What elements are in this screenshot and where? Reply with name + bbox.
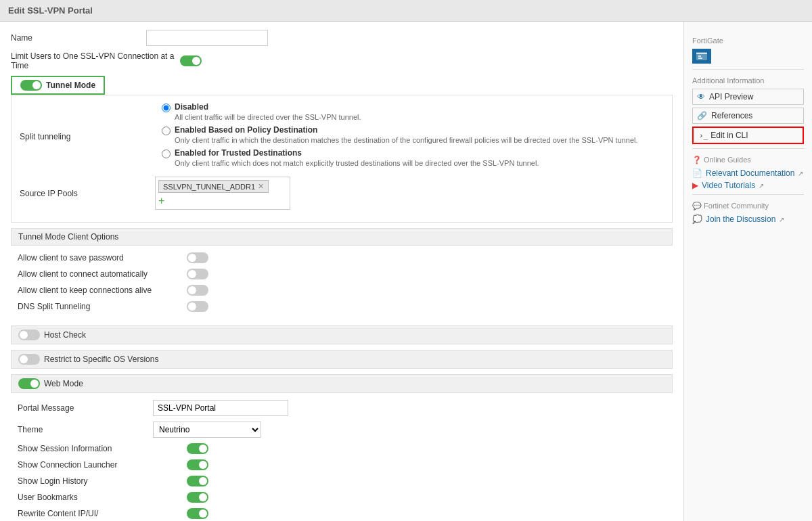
web-mode-body: Portal Message Theme Neutrino Old Blue G… (11, 397, 673, 521)
show-connection-row: Show Connection Launcher (18, 459, 666, 470)
api-preview-btn[interactable]: 👁 API Preview (692, 89, 804, 105)
split-disabled-desc: All client traffic will be directed over… (175, 113, 361, 121)
dns-split-toggle[interactable] (187, 301, 208, 312)
video-tutorials-label: Video Tutorials (702, 181, 755, 190)
dns-split-row: DNS Split Tunneling (18, 301, 666, 312)
rewrite-content-row: Rewrite Content IP/UI/ (18, 508, 666, 519)
save-password-row: Allow client to save password (18, 252, 666, 263)
split-disabled-radio[interactable] (162, 104, 171, 112)
source-ip-label: Source IP Pools (20, 189, 155, 198)
doc-icon: 📄 (692, 168, 702, 178)
limit-label: Limit Users to One SSL-VPN Connection at… (11, 51, 180, 70)
community-label: Fortinet Community (704, 202, 769, 210)
relevant-doc-link[interactable]: 📄 Relevant Documentation ↗ (692, 168, 804, 178)
references-btn[interactable]: 🔗 References (692, 108, 804, 124)
source-ip-row: Source IP Pools SSLVPN_TUNNEL_ADDR1 ✕ + (20, 177, 664, 210)
theme-label: Theme (18, 425, 153, 434)
tunnel-client-options-body: Allow client to save password Allow clie… (11, 250, 673, 320)
user-bookmarks-toggle[interactable] (187, 492, 208, 503)
cli-icon: ›_ (699, 131, 708, 140)
discussion-icon: 💭 (692, 214, 702, 224)
ip-pool-container[interactable]: SSLVPN_TUNNEL_ADDR1 ✕ + (155, 177, 290, 210)
rewrite-content-toggle[interactable] (187, 508, 208, 519)
theme-row: Theme Neutrino Old Blue Green (18, 422, 666, 438)
sidebar: FortiGate Additional Information 👁 API P… (683, 22, 812, 521)
fortigate-icon (692, 49, 711, 64)
save-password-label: Allow client to save password (18, 253, 187, 263)
show-login-label: Show Login History (18, 476, 187, 486)
show-connection-label: Show Connection Launcher (18, 460, 187, 470)
tunnel-toggle[interactable] (20, 80, 42, 91)
show-login-toggle[interactable] (187, 476, 208, 486)
portal-message-label: Portal Message (18, 403, 153, 413)
show-session-toggle[interactable] (187, 443, 208, 454)
ip-tag-text: SSLVPN_TUNNEL_ADDR1 (163, 183, 255, 191)
join-discussion-link[interactable]: 💭 Join the Discussion ↗ (692, 214, 804, 224)
additional-info-title: Additional Information (692, 76, 804, 85)
community-section-title: 💬 Fortinet Community (692, 202, 804, 210)
api-preview-label: API Preview (709, 92, 753, 101)
page-wrapper: Edit SSL-VPN Portal Name Limit Users to … (0, 0, 812, 521)
tunnel-client-options-header: Tunnel Mode Client Options (11, 228, 673, 246)
video-tutorials-link[interactable]: ▶ Video Tutorials ↗ (692, 181, 804, 190)
show-session-row: Show Session Information (18, 443, 666, 454)
split-trusted-label: Enabled for Trusted Destinations (175, 148, 539, 158)
dns-split-label: DNS Split Tunneling (18, 302, 187, 311)
split-policy-label: Enabled Based on Policy Destination (175, 125, 638, 135)
content-area: Name Limit Users to One SSL-VPN Connecti… (0, 22, 683, 521)
limit-toggle[interactable] (180, 55, 202, 66)
ip-add-btn[interactable]: + (158, 195, 164, 206)
user-bookmarks-row: User Bookmarks (18, 492, 666, 503)
restrict-os-toggle[interactable] (18, 354, 40, 365)
ip-tag-remove[interactable]: ✕ (258, 182, 264, 191)
rewrite-content-label: Rewrite Content IP/UI/ (18, 509, 187, 518)
keep-alive-toggle[interactable] (187, 285, 208, 296)
host-check-label: Host Check (44, 330, 86, 340)
connect-auto-label: Allow client to connect automatically (18, 269, 187, 279)
keep-alive-label: Allow client to keep connections alive (18, 286, 187, 295)
portal-message-input[interactable] (153, 400, 288, 416)
save-password-toggle[interactable] (187, 252, 208, 263)
split-trusted-radio[interactable] (162, 150, 171, 158)
title-bar: Edit SSL-VPN Portal (0, 0, 812, 22)
edit-in-cli-label: Edit in CLI (710, 131, 748, 140)
restrict-os-label: Restrict to Specific OS Versions (44, 355, 158, 364)
references-icon: 🔗 (697, 111, 707, 120)
name-label: Name (11, 33, 146, 43)
page-title: Edit SSL-VPN Portal (8, 5, 93, 16)
edit-in-cli-btn[interactable]: ›_ Edit in CLI (692, 127, 804, 144)
connect-auto-row: Allow client to connect automatically (18, 269, 666, 279)
name-row: Name (11, 30, 673, 46)
connect-auto-toggle[interactable] (187, 269, 208, 279)
split-policy-radio[interactable] (162, 127, 171, 135)
name-input[interactable] (146, 30, 268, 46)
show-connection-toggle[interactable] (187, 459, 208, 470)
show-login-row: Show Login History (18, 476, 666, 486)
tunnel-mode-tab[interactable]: Tunnel Mode (11, 76, 105, 95)
split-tunneling-section: Split tunneling Disabled All client traf… (11, 95, 673, 223)
join-discussion-label: Join the Discussion (706, 214, 775, 224)
relevant-doc-label: Relevant Documentation (706, 168, 794, 178)
keep-alive-row: Allow client to keep connections alive (18, 285, 666, 296)
split-label: Split tunneling (20, 132, 155, 141)
restrict-os-header: Restrict to Specific OS Versions (11, 350, 673, 369)
split-trusted-desc: Only client traffic which does not match… (175, 159, 539, 167)
web-mode-header: Web Mode (11, 374, 673, 393)
split-radio-group: Disabled All client traffic will be dire… (155, 102, 638, 171)
fortigate-section-title: FortiGate (692, 37, 804, 45)
external-link-icon2: ↗ (759, 182, 764, 189)
split-disabled-label: Disabled (175, 102, 361, 112)
api-preview-icon: 👁 (697, 92, 705, 101)
main-layout: Name Limit Users to One SSL-VPN Connecti… (0, 22, 812, 521)
fortigate-icon-area (692, 49, 804, 64)
theme-select[interactable]: Neutrino Old Blue Green (153, 422, 261, 438)
web-mode-toggle[interactable] (18, 378, 40, 389)
host-check-header: Host Check (11, 325, 673, 344)
ip-tag: SSLVPN_TUNNEL_ADDR1 ✕ (158, 180, 269, 193)
split-row: Split tunneling Disabled All client traf… (20, 102, 664, 171)
split-disabled-row: Disabled All client traffic will be dire… (162, 102, 638, 121)
tab-strip: Tunnel Mode (11, 76, 673, 95)
user-bookmarks-label: User Bookmarks (18, 493, 187, 502)
split-policy-row: Enabled Based on Policy Destination Only… (162, 125, 638, 144)
host-check-toggle[interactable] (18, 330, 40, 340)
